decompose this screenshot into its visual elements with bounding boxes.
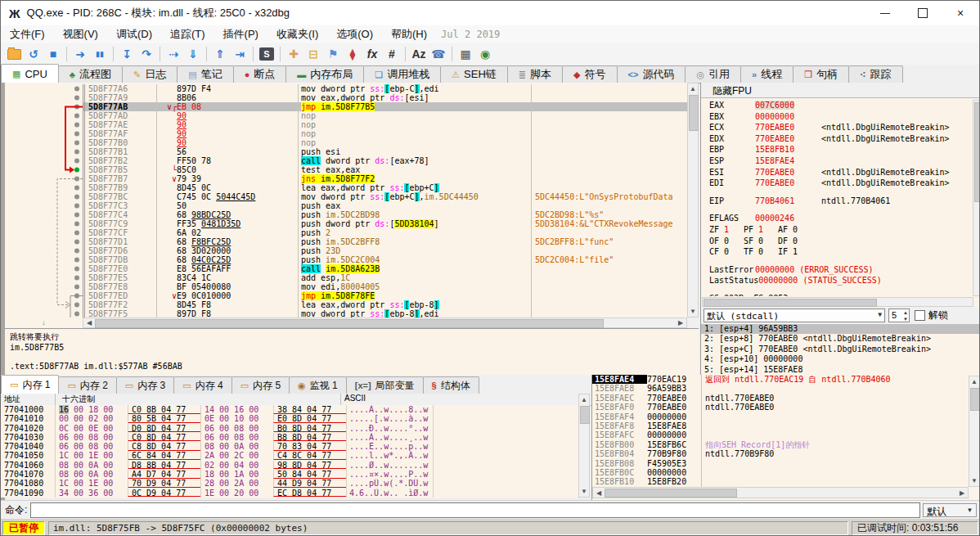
menu-item-file[interactable]: 文件(F): [1, 27, 54, 42]
menu-item-plugins[interactable]: 插件(P): [214, 27, 267, 42]
stack-row[interactable]: 15E8FAE4770EAC19返回到 ntdll.770EAC19 自 ntd…: [592, 375, 980, 384]
disasm-row[interactable]: 5D8F77AE90nop: [83, 120, 687, 129]
tab-cpu[interactable]: ▦CPU: [1, 64, 59, 83]
help-globe-icon[interactable]: ◉: [475, 46, 495, 62]
command-script-select[interactable]: 默认 ▼: [923, 503, 977, 517]
disasm-row[interactable]: 5D8F77C468 98BDC25Dpush im.5DC2BD985DC2B…: [83, 210, 687, 219]
flag-pair[interactable]: IF 1: [778, 246, 812, 258]
disassembly-pane[interactable]: 5D8F77A6897D F4mov dword ptr ss:[ebp-C],…: [5, 83, 699, 318]
disasm-row[interactable]: 5D8F77B156push esi: [83, 147, 687, 156]
disasm-row[interactable]: 5D8F77B98D45 0Clea eax,dword ptr ss:[ebp…: [83, 183, 687, 192]
hide-fpu-button[interactable]: 隐藏FPU: [701, 83, 980, 98]
register-row[interactable]: EDI770EABE0<ntdll.DbgUiRemoteBreakin>: [703, 178, 969, 189]
shortcuts-icon[interactable]: #: [382, 46, 402, 62]
scroll-down-icon[interactable]: ▼: [579, 487, 589, 496]
stack-vscrollbar[interactable]: ▲ ▼: [969, 376, 980, 487]
breakpoint-dot[interactable]: [74, 240, 79, 245]
argument-row[interactable]: 3: [esp+C] 770EABE0 <ntdll.DbgUiRemoteBr…: [701, 345, 980, 354]
scroll-up-icon[interactable]: ▲: [969, 377, 979, 386]
disassembly-hscrollbar[interactable]: ◀ ▶: [83, 318, 687, 328]
scroll-down-icon[interactable]: ▼: [969, 476, 979, 485]
comments-icon[interactable]: ⊟: [303, 46, 323, 62]
register-row[interactable]: EAX007C6000: [703, 100, 969, 111]
breakpoint-dot[interactable]: [74, 87, 79, 92]
breakpoint-dot[interactable]: [74, 276, 79, 281]
disassembly-vscrollbar[interactable]: ▲ ▼: [687, 83, 699, 318]
disasm-row[interactable]: 5D8F77A6897D F4mov dword ptr ss:[ebp-C],…: [83, 84, 687, 93]
flag-pair[interactable]: PF 1: [744, 224, 778, 236]
disasm-row[interactable]: 5D8F77B7∨79 39jns im.5D8F77F2: [83, 174, 687, 183]
dump-row[interactable]: 7704107008 00 0A 00A4 D7 04 7718 00 1A 0…: [1, 470, 578, 479]
scroll-thumb[interactable]: [974, 102, 980, 202]
breakpoint-dot[interactable]: [74, 132, 79, 137]
flag-pair[interactable]: OF 0: [709, 236, 744, 247]
disasm-row[interactable]: 5D8F77ED∨E9 0C010000jmp im.5D8F78FE: [83, 291, 687, 300]
argument-row[interactable]: 4: [esp+10] 00000000: [701, 354, 980, 364]
stop-icon[interactable]: ■: [43, 46, 63, 62]
tab-graph[interactable]: ♣流程图: [58, 65, 123, 83]
memory-dump-pane[interactable]: 7704100016 00 18 00C0 8B 04 7714 00 16 0…: [1, 405, 578, 498]
stack-hscrollbar[interactable]: ◀ ▶: [592, 487, 969, 498]
argument-row[interactable]: 5: [esp+14] 15E8FAE8: [701, 365, 980, 375]
tab-handles[interactable]: ❒句柄: [793, 65, 849, 83]
tab-breakpoints[interactable]: ●断点: [233, 65, 287, 83]
dump-tab-struct[interactable]: §结构体: [423, 376, 479, 394]
argument-count-stepper[interactable]: 5 ▲▼: [888, 309, 910, 322]
stack-row[interactable]: 15E8FAF0770EABE0ntdll.770EABE0: [592, 403, 980, 412]
dump-row[interactable]: 7704109034 00 36 000C D9 04 771E 00 20 0…: [1, 489, 578, 498]
disasm-row[interactable]: 5D8F77B2FF50 78call dword ptr ds:[eax+78…: [83, 156, 687, 165]
dump-tab-dump-5[interactable]: ▭内存 5: [232, 376, 290, 394]
register-row[interactable]: EDX770EABE0<ntdll.DbgUiRemoteBreakin>: [703, 133, 969, 145]
register-row[interactable]: EBX00000000: [703, 111, 969, 123]
stack-row[interactable]: 15E8FAF400000000: [592, 412, 980, 421]
disasm-row[interactable]: 5D8F77B5└85C0test eax,eax: [83, 165, 687, 174]
argument-row[interactable]: 2: [esp+8] 770EABE0 <ntdll.DbgUiRemoteBr…: [701, 334, 980, 344]
animate-into-icon[interactable]: ⇢: [164, 46, 183, 62]
dump-tab-watch-1[interactable]: ◉监视 1: [289, 376, 347, 394]
menu-item-debug[interactable]: 调试(D): [107, 27, 161, 42]
breakpoint-dot[interactable]: [74, 249, 79, 254]
register-row[interactable]: LastStatus00000000 (STATUS_SUCCESS): [703, 275, 969, 286]
jump-target-dot[interactable]: [74, 168, 79, 173]
disasm-row[interactable]: 5D8F77E8BF 05400080mov edi,80004005: [83, 282, 687, 291]
dump-row[interactable]: 770410200C 00 0E 00D0 8D 04 7706 00 08 0…: [1, 424, 578, 433]
breakpoint-dot[interactable]: [74, 96, 79, 101]
report-bug-icon[interactable]: ☎: [429, 46, 448, 62]
register-row[interactable]: ESP15E8FAE4: [703, 155, 969, 167]
menu-item-help[interactable]: 帮助(H): [382, 27, 436, 42]
disasm-row[interactable]: 5D8F77C350push eax: [83, 201, 687, 210]
open-file-icon[interactable]: [4, 46, 24, 62]
register-row[interactable]: CF 0TF 0IF 1: [703, 246, 969, 258]
minimize-button[interactable]: [866, 1, 904, 25]
breakpoint-dot[interactable]: [74, 186, 79, 191]
register-row[interactable]: LastError00000000 (ERROR_SUCCESS): [703, 264, 969, 276]
tab-threads[interactable]: »线程: [740, 65, 793, 83]
disasm-row[interactable]: 5D8F77F5897D F8mov dword ptr ss:[ebp-8],…: [83, 309, 687, 318]
dump-row[interactable]: 770410801C 00 1E 0070 D9 04 7728 00 2A 0…: [1, 479, 578, 488]
breakpoint-dot[interactable]: [74, 258, 79, 263]
stack-row[interactable]: 15E8FB04770B9F80ntdll.770B9F80: [592, 449, 980, 458]
flag-pair[interactable]: CF 0: [709, 246, 744, 258]
dump-tab-dump-2[interactable]: ▭内存 2: [58, 376, 116, 394]
tab-script[interactable]: ≣脚本: [507, 65, 563, 83]
functions-icon[interactable]: fx: [362, 46, 382, 62]
restart-icon[interactable]: ↺: [24, 46, 43, 62]
breakpoint-dot[interactable]: [74, 312, 79, 317]
disasm-row[interactable]: 5D8F77AF90nop: [83, 129, 687, 138]
breakpoint-dot[interactable]: [74, 267, 79, 272]
tab-log[interactable]: ✎日志: [122, 65, 178, 83]
patches-icon[interactable]: ✚: [284, 46, 303, 62]
menu-item-trace[interactable]: 追踪(T): [161, 27, 214, 42]
register-row[interactable]: ECX770EABE0<ntdll.DbgUiRemoteBreakin>: [703, 122, 969, 133]
register-row[interactable]: GS 002B FS 0053: [703, 293, 969, 296]
appearance-icon[interactable]: Az: [409, 46, 429, 62]
disasm-row[interactable]: 5D8F77BCC745 0C 5044C45Dmov dword ptr ss…: [83, 192, 687, 201]
scylla-icon[interactable]: S: [259, 47, 274, 61]
scroll-left-icon[interactable]: ◀: [84, 318, 94, 327]
tab-symbols[interactable]: ◆符号: [562, 65, 617, 83]
dump-row[interactable]: 7704100016 00 18 00C0 8B 04 7714 00 16 0…: [1, 405, 578, 414]
dump-row[interactable]: 7704103006 00 08 00C0 8D 04 7706 00 08 0…: [1, 433, 578, 442]
stack-row[interactable]: 15E8FAE896A59BB3: [592, 384, 980, 393]
disasm-row[interactable]: 5D8F77CF6A 02push 2: [83, 228, 687, 237]
execute-till-return-icon[interactable]: ⇑: [210, 46, 230, 62]
